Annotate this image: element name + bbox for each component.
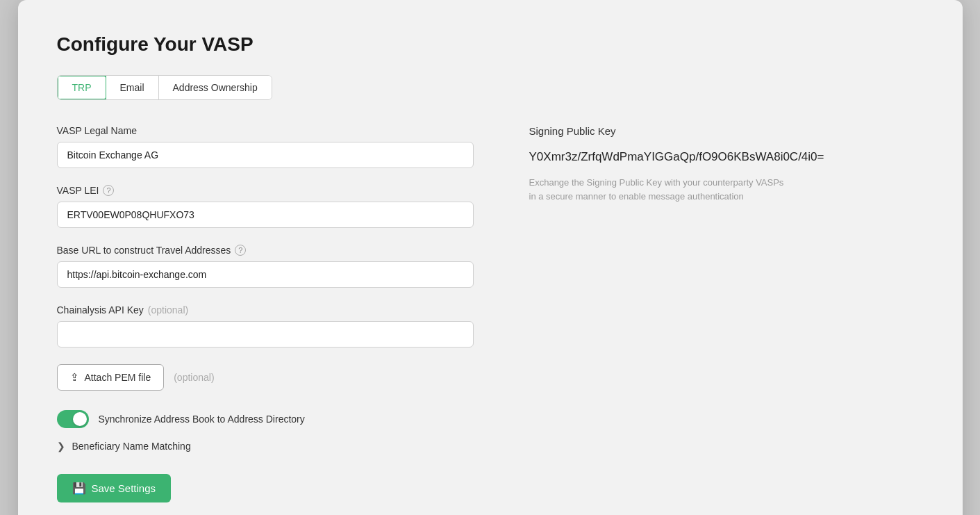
left-panel: VASP Legal Name VASP LEI ? Base URL to c… <box>57 125 474 502</box>
vasp-lei-label: VASP LEI ? <box>57 185 474 196</box>
chainalysis-key-group: Chainalysis API Key (optional) <box>57 304 474 348</box>
vasp-lei-input[interactable] <box>57 202 474 228</box>
save-settings-button[interactable]: 💾 Save Settings <box>57 474 172 502</box>
attach-pem-button[interactable]: ⇪ Attach PEM file <box>57 364 165 391</box>
save-icon: 💾 <box>72 482 86 495</box>
attach-optional-label: (optional) <box>174 372 214 383</box>
vasp-lei-group: VASP LEI ? <box>57 185 474 228</box>
content-area: VASP Legal Name VASP LEI ? Base URL to c… <box>57 125 924 502</box>
tab-email[interactable]: Email <box>106 76 159 99</box>
base-url-help-icon[interactable]: ? <box>235 245 246 256</box>
base-url-group: Base URL to construct Travel Addresses ? <box>57 245 474 288</box>
vasp-legal-name-label: VASP Legal Name <box>57 125 474 136</box>
chevron-right-icon: ❯ <box>57 441 65 452</box>
upload-icon: ⇪ <box>70 371 79 384</box>
chainalysis-key-label: Chainalysis API Key (optional) <box>57 304 474 316</box>
attach-pem-label: Attach PEM file <box>85 372 151 383</box>
tab-address-ownership[interactable]: Address Ownership <box>159 76 272 99</box>
signing-key: Y0Xmr3z/ZrfqWdPmaYIGGaQp/fO9O6KBsWA8i0C/… <box>529 148 877 166</box>
page-title: Configure Your VASP <box>57 33 924 56</box>
signing-description: Exchange the Signing Public Key with you… <box>529 176 793 205</box>
save-label: Save Settings <box>92 482 156 494</box>
chainalysis-optional-label: (optional) <box>148 304 188 316</box>
base-url-label: Base URL to construct Travel Addresses ? <box>57 245 474 256</box>
vasp-legal-name-input[interactable] <box>57 142 474 168</box>
toggle-thumb <box>73 412 87 426</box>
signing-title: Signing Public Key <box>529 125 877 137</box>
beneficiary-label: Beneficiary Name Matching <box>72 441 191 452</box>
sync-label: Synchronize Address Book to Address Dire… <box>99 414 305 425</box>
main-window: Configure Your VASP TRP Email Address Ow… <box>18 0 963 515</box>
tab-trp[interactable]: TRP <box>57 75 107 100</box>
sync-toggle[interactable] <box>57 410 89 428</box>
vasp-lei-help-icon[interactable]: ? <box>103 185 114 196</box>
right-panel: Signing Public Key Y0Xmr3z/ZrfqWdPmaYIGG… <box>529 125 877 502</box>
vasp-legal-name-group: VASP Legal Name <box>57 125 474 168</box>
tab-bar: TRP Email Address Ownership <box>57 75 272 100</box>
sync-toggle-row: Synchronize Address Book to Address Dire… <box>57 410 474 428</box>
attach-pem-row: ⇪ Attach PEM file (optional) <box>57 364 474 391</box>
chainalysis-key-input[interactable] <box>57 321 474 348</box>
beneficiary-collapsible[interactable]: ❯ Beneficiary Name Matching <box>57 441 474 452</box>
base-url-input[interactable] <box>57 261 474 288</box>
